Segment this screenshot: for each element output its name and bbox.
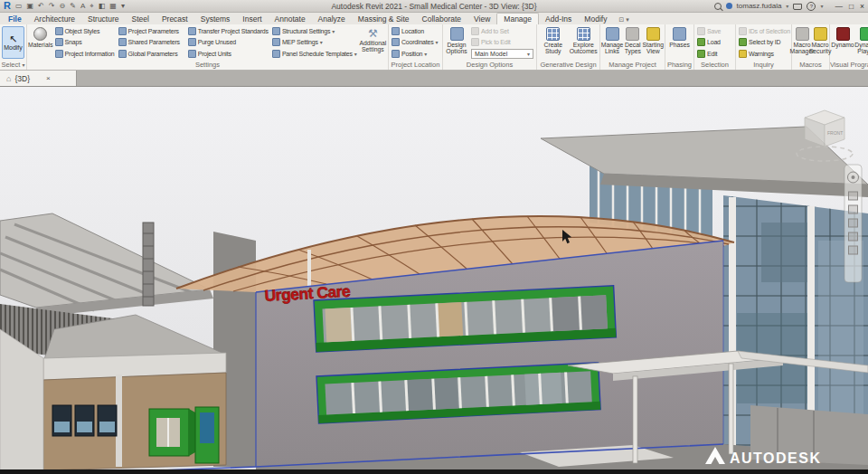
redo-icon[interactable]: ↷ xyxy=(49,0,55,12)
macro-security-button[interactable]: Macro Security xyxy=(811,25,829,60)
project-units-button[interactable]: Project Units xyxy=(188,49,269,59)
tab-precast[interactable]: Precast xyxy=(156,14,194,24)
revit-app-icon[interactable]: R xyxy=(4,0,11,12)
dynamo-button[interactable]: Dynamo xyxy=(831,25,854,60)
print-icon[interactable]: ⊖ xyxy=(59,0,65,12)
rewind-icon[interactable] xyxy=(849,232,858,241)
global-parameters-button[interactable]: Global Parameters xyxy=(118,49,184,59)
undo-icon[interactable]: ↶ xyxy=(38,0,44,12)
ribbon-state-toggle-icon[interactable]: ⊡ ▾ xyxy=(613,15,634,24)
left-wing-building[interactable] xyxy=(0,213,256,474)
tab-modify[interactable]: Modify xyxy=(578,14,613,24)
starting-view-button[interactable]: Starting View xyxy=(643,25,664,60)
starting-view-icon xyxy=(646,27,660,41)
project-location-panel-label: Project Location xyxy=(389,60,442,70)
object-styles-button[interactable]: Object Styles xyxy=(55,26,115,36)
position-button[interactable]: Position▾ xyxy=(392,49,439,59)
additional-settings-button[interactable]: ⚒ Additional Settings xyxy=(359,25,387,60)
restore-button[interactable]: □ xyxy=(849,2,854,11)
phases-button[interactable]: Phases xyxy=(666,25,693,60)
panel-schedule-templates-button[interactable]: Panel Schedule Templates▾ xyxy=(272,49,357,59)
tab-view[interactable]: View xyxy=(467,14,496,24)
3d-view-icon[interactable]: ◧ xyxy=(99,0,106,12)
modify-button[interactable]: ↖ Modify xyxy=(2,26,24,59)
look-icon[interactable] xyxy=(849,246,858,254)
visual-programming-panel-label: Visual Programming xyxy=(830,60,868,70)
dynamo-player-button[interactable]: Dynamo Player xyxy=(854,25,868,60)
project-information-button[interactable]: Project Information xyxy=(55,49,115,59)
close-button[interactable]: × xyxy=(860,2,864,11)
navigation-bar[interactable] xyxy=(844,165,862,282)
tab-analyze[interactable]: Analyze xyxy=(312,14,352,24)
tab-addins[interactable]: Add-Ins xyxy=(539,14,578,24)
create-study-button[interactable]: Create Study xyxy=(538,25,569,60)
search-icon[interactable] xyxy=(714,3,722,10)
view-tab-close-icon[interactable]: × xyxy=(46,74,51,82)
project-units-icon xyxy=(188,50,196,58)
dynamo-player-icon xyxy=(860,27,868,41)
panel-generative-design: Create Study Explore Outcomes Generative… xyxy=(537,24,600,70)
ids-of-selection-icon xyxy=(739,27,747,35)
panel-select: ↖ Modify Select ▾ xyxy=(0,24,27,70)
text-icon[interactable]: A xyxy=(80,0,85,12)
purge-unused-button[interactable]: Purge Unused xyxy=(188,37,269,47)
file-menu-icon[interactable]: ▭ xyxy=(15,0,23,12)
warnings-button[interactable]: Warnings xyxy=(739,49,790,59)
manage-project-panel-label: Manage Project xyxy=(600,60,665,70)
tab-file[interactable]: File xyxy=(2,14,28,24)
model-canvas[interactable]: Urgent Care xyxy=(0,87,868,474)
location-button[interactable]: Location xyxy=(392,26,439,36)
snaps-button[interactable]: Snaps xyxy=(55,37,115,47)
tab-manage[interactable]: Manage xyxy=(496,13,539,24)
shared-parameters-button[interactable]: Shared Parameters xyxy=(118,37,184,47)
signed-in-user[interactable]: tomasz.fudala xyxy=(737,2,782,10)
tab-systems[interactable]: Systems xyxy=(194,14,237,24)
open-icon[interactable]: ▣ xyxy=(27,0,34,12)
tab-insert[interactable]: Insert xyxy=(236,14,268,24)
measure-icon[interactable]: ✎ xyxy=(70,0,76,12)
selection-edit-button[interactable]: Edit xyxy=(697,49,732,59)
selection-load-button[interactable]: Load xyxy=(697,37,732,47)
help-menu-caret-icon[interactable]: ▾ xyxy=(820,3,823,9)
qat-customize-icon[interactable]: ▾ xyxy=(121,0,125,12)
pan-icon[interactable] xyxy=(849,192,858,200)
project-parameters-button[interactable]: Project Parameters xyxy=(118,26,184,36)
tab-annotate[interactable]: Annotate xyxy=(269,14,312,24)
materials-button[interactable]: Materials xyxy=(28,25,53,60)
active-design-option-select[interactable]: Main Model▾ xyxy=(471,49,533,59)
zoom-icon[interactable] xyxy=(849,205,858,213)
tab-steel[interactable]: Steel xyxy=(126,14,156,24)
section-icon[interactable]: ▦ xyxy=(109,0,117,12)
panel-selection: Save Load Edit Selection xyxy=(694,24,736,70)
view-tab-3d[interactable]: ⌂ {3D} × xyxy=(0,71,77,86)
select-by-id-button[interactable]: Select by ID xyxy=(739,37,790,47)
decal-types-button[interactable]: Decal Types xyxy=(623,25,643,60)
transfer-project-standards-button[interactable]: Transfer Project Standards xyxy=(188,26,269,36)
view-tab-bar: ⌂ {3D} × xyxy=(0,71,868,87)
snaps-icon xyxy=(55,38,63,46)
view-tab-label: {3D} xyxy=(14,74,30,83)
tab-massing-site[interactable]: Massing & Site xyxy=(352,14,416,24)
tab-collaborate[interactable]: Collaborate xyxy=(416,14,467,24)
select-dropdown[interactable]: Select ▾ xyxy=(0,60,26,70)
app-store-icon[interactable] xyxy=(793,4,802,10)
design-options-button[interactable]: Design Options xyxy=(444,25,469,60)
explore-outcomes-button[interactable]: Explore Outcomes xyxy=(569,25,599,60)
help-icon[interactable]: ? xyxy=(807,2,816,11)
minimize-button[interactable]: — xyxy=(835,2,843,11)
panel-project-location: Location Coordinates▾ Position▾ Project … xyxy=(389,24,443,70)
tab-architecture[interactable]: Architecture xyxy=(28,14,81,24)
mep-settings-button[interactable]: MEP Settings▾ xyxy=(272,37,357,47)
quick-access-toolbar: ▭ ▣ ↶ ↷ ⊖ ✎ A ⌖ ◧ ▦ ▾ xyxy=(15,0,125,12)
tab-structure[interactable]: Structure xyxy=(81,14,126,24)
project-information-icon xyxy=(55,50,63,58)
user-menu-caret-icon[interactable]: ▾ xyxy=(786,3,788,9)
tag-icon[interactable]: ⌖ xyxy=(90,0,94,12)
structural-settings-button[interactable]: Structural Settings▾ xyxy=(272,26,357,36)
explore-outcomes-icon xyxy=(577,27,590,41)
green-box-window xyxy=(149,409,195,456)
manage-links-button[interactable]: Manage Links xyxy=(601,25,623,60)
coordinates-button[interactable]: Coordinates▾ xyxy=(392,37,439,47)
orbit-icon[interactable] xyxy=(849,219,858,227)
drawing-area-3d-view[interactable]: Urgent Care xyxy=(0,87,868,474)
